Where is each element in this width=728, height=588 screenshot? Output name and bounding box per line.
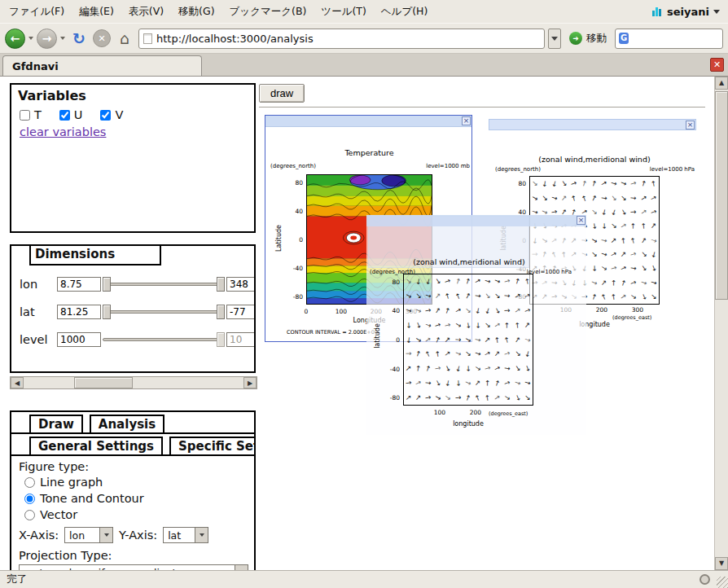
- variable-checkbox-t[interactable]: [20, 110, 30, 121]
- vector-arrow: →: [630, 194, 637, 202]
- slider-handle-left[interactable]: [103, 277, 111, 292]
- scroll-down-icon[interactable]: ▼: [715, 557, 728, 570]
- vector-arrow: →: [473, 379, 483, 388]
- vector-arrow: →: [454, 365, 463, 373]
- tab-general-settings[interactable]: General Settings: [29, 437, 163, 454]
- x-tick: 200: [593, 306, 611, 314]
- scroll-up-icon[interactable]: ▲: [715, 77, 728, 90]
- tab-specific-settings[interactable]: Specific Settings: [169, 437, 256, 454]
- url-input[interactable]: [156, 33, 540, 45]
- vector-arrow: →: [600, 223, 607, 230]
- vector-arrow: →: [530, 193, 539, 203]
- scrollbar-track[interactable]: [24, 377, 243, 388]
- dimension-max-input[interactable]: [226, 305, 256, 319]
- dimension-min-input[interactable]: [57, 332, 101, 347]
- tab-analysis[interactable]: Analysis: [90, 415, 164, 432]
- dimension-range-slider[interactable]: [103, 304, 225, 320]
- dimension-row-level: level: [20, 331, 256, 349]
- projection-select[interactable]: rectangular uniform coordinate: [19, 564, 248, 570]
- vector-arrow: →: [610, 180, 618, 189]
- menu-view[interactable]: 表示(V): [121, 1, 171, 23]
- vector-arrow: →: [523, 306, 531, 315]
- vector-arrow: →: [493, 277, 502, 286]
- plot-titlebar[interactable]: ×: [366, 215, 586, 226]
- search-input[interactable]: [632, 33, 719, 44]
- vector-arrow: →: [649, 193, 658, 202]
- slider-handle-right[interactable]: [217, 305, 225, 319]
- vertical-scrollbar[interactable]: ▲ ▼: [714, 77, 728, 570]
- vector-arrow: →: [639, 223, 647, 230]
- close-tab-button[interactable]: ✕: [710, 58, 724, 72]
- close-icon[interactable]: ×: [462, 116, 471, 125]
- search-box[interactable]: G: [615, 29, 723, 49]
- menu-bookmarks[interactable]: ブックマーク(B): [222, 1, 314, 23]
- home-icon: ⌂: [120, 29, 129, 47]
- scroll-left-icon[interactable]: ◀: [11, 377, 24, 388]
- vector-arrow: →: [454, 320, 463, 330]
- plot-titlebar[interactable]: ×: [265, 116, 471, 127]
- menu-help[interactable]: ヘルプ(H): [374, 1, 436, 23]
- dimension-range-slider[interactable]: [103, 331, 225, 348]
- y-tick: 80: [379, 279, 400, 286]
- vector-arrow: →: [530, 179, 539, 189]
- back-button[interactable]: ←: [5, 29, 25, 49]
- vector-arrow: →: [599, 208, 607, 216]
- vector-arrow: →: [639, 279, 647, 287]
- tab-gfdnavi[interactable]: Gfdnavi: [2, 55, 202, 76]
- tab-draw[interactable]: Draw: [29, 415, 83, 432]
- slider-handle-right[interactable]: [217, 332, 225, 347]
- tab-bar: Gfdnavi ✕: [0, 54, 728, 77]
- dimension-min-input[interactable]: [57, 305, 101, 319]
- projection-type-label: Projection Type:: [19, 549, 254, 562]
- vector-arrow: →: [443, 393, 452, 402]
- menu-edit[interactable]: 編集(E): [72, 1, 121, 23]
- dimensions-panel: Dimensions lon lat level: [10, 244, 256, 373]
- radio-vector[interactable]: [24, 510, 35, 520]
- plot-titlebar[interactable]: ×: [489, 119, 696, 130]
- vector-arrow: →: [512, 335, 522, 344]
- variable-checkbox-u[interactable]: [59, 110, 70, 121]
- reload-button[interactable]: ↻: [68, 28, 90, 49]
- menu-file[interactable]: ファイル(F): [2, 1, 72, 23]
- forward-history-dropdown[interactable]: [59, 37, 67, 40]
- scroll-right-icon[interactable]: ▶: [243, 377, 257, 388]
- dimension-min-input[interactable]: [57, 277, 101, 292]
- plot-window-wind-2[interactable]: × (zonal wind,meridional wind) (degrees_…: [366, 215, 586, 435]
- level-annotation: level=1000 hPa: [527, 269, 572, 275]
- user-name: seiyani: [667, 6, 709, 18]
- user-switcher[interactable]: seiyani: [651, 6, 726, 18]
- back-history-dropdown[interactable]: [27, 37, 35, 40]
- radio-line-graph[interactable]: [24, 477, 35, 488]
- menu-tools[interactable]: ツール(T): [314, 1, 373, 23]
- dimension-range-slider[interactable]: [103, 276, 225, 292]
- scrollbar-thumb[interactable]: [74, 377, 133, 388]
- vector-arrow: →: [570, 179, 578, 188]
- sidebar-horizontal-scrollbar[interactable]: ◀ ▶: [10, 376, 257, 389]
- slider-handle-left[interactable]: [103, 305, 111, 319]
- vector-arrow: →: [649, 208, 657, 217]
- url-bar[interactable]: [138, 29, 545, 49]
- variable-checkbox-v[interactable]: [100, 110, 111, 121]
- close-icon[interactable]: ×: [686, 121, 695, 129]
- vector-arrow: →: [629, 292, 638, 302]
- slider-handle-right[interactable]: [217, 277, 225, 292]
- radio-tone-contour[interactable]: [24, 494, 35, 504]
- clear-variables-link[interactable]: clear variables: [20, 125, 106, 138]
- vector-arrow: →: [414, 393, 423, 402]
- go-button[interactable]: ➜ 移動: [563, 29, 613, 48]
- dimension-max-input[interactable]: [226, 332, 256, 347]
- y-axis-select[interactable]: lat: [163, 527, 208, 543]
- home-button[interactable]: ⌂: [114, 28, 135, 49]
- dimension-max-input[interactable]: [226, 277, 256, 292]
- menu-go[interactable]: 移動(G): [171, 1, 221, 23]
- scrollbar-thumb[interactable]: [715, 91, 728, 300]
- draw-button[interactable]: draw: [259, 84, 305, 103]
- x-tick: 100: [431, 409, 449, 416]
- vector-arrow: →: [629, 236, 638, 244]
- url-dropdown-button[interactable]: [548, 29, 561, 49]
- close-icon[interactable]: ×: [577, 216, 585, 225]
- stop-button[interactable]: ✕: [91, 28, 112, 49]
- resize-grip[interactable]: [717, 577, 728, 588]
- forward-button[interactable]: →: [37, 29, 57, 49]
- x-axis-select[interactable]: lon: [64, 527, 113, 543]
